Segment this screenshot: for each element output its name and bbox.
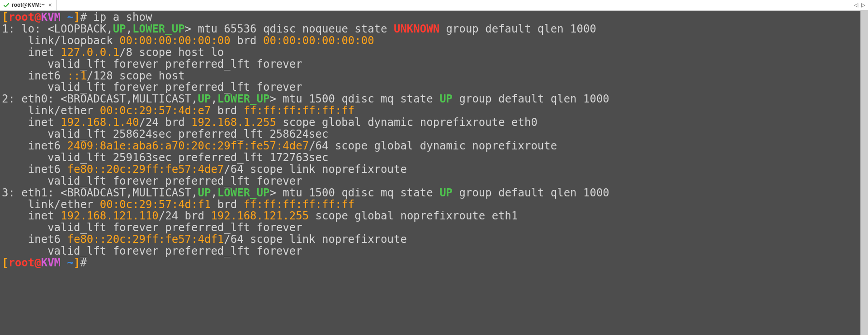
output-segment: > mtu 1500 qdisc mq state [269, 186, 439, 199]
output-line: link/ether 00:0c:29:57:4d:f1 brd ff:ff:f… [2, 199, 859, 211]
output-line: 3: eth1: <BROADCAST,MULTICAST,UP,LOWER_U… [2, 187, 859, 199]
output-segment: 2409:8a1e:aba6:a70:20c:29ff:fe57:4de7 [67, 140, 309, 152]
output-segment: 3: eth1: <BROADCAST,MULTICAST, [2, 186, 198, 199]
output-segment: inet6 [2, 163, 67, 176]
output-segment: inet6 [2, 70, 67, 82]
output-segment: fe80::20c:29ff:fe57:4de7 [67, 163, 224, 176]
output-line: 2: eth0: <BROADCAST,MULTICAST,UP,LOWER_U… [2, 93, 859, 105]
output-segment: /8 scope host lo [119, 46, 224, 59]
prompt-line: [root@KVM ~]# ip a show [2, 12, 859, 23]
output-line: inet6 2409:8a1e:aba6:a70:20c:29ff:fe57:4… [2, 140, 859, 152]
output-segment: UP [113, 23, 126, 35]
output-segment: ff:ff:ff:ff:ff:ff [244, 104, 355, 117]
output-segment: inet [2, 46, 61, 59]
tab-terminal[interactable]: root@KVM:~ × [0, 0, 57, 10]
output-segment: /64 scope link noprefixroute [224, 233, 407, 246]
output-segment: brd [231, 34, 263, 47]
output-segment: fe80::20c:29ff:fe57:4df1 [67, 233, 224, 246]
prompt-close-bracket: ] [74, 256, 80, 269]
output-line: inet 192.168.1.40/24 brd 192.168.1.255 s… [2, 117, 859, 129]
tab-prev-icon[interactable]: ◁ [853, 2, 859, 8]
output-line: valid_lft forever preferred_lft forever [2, 222, 859, 234]
output-line: inet6 fe80::20c:29ff:fe57:4de7/64 scope … [2, 164, 859, 176]
output-line: inet 192.168.121.110/24 brd 192.168.121.… [2, 210, 859, 222]
scrollbar[interactable] [860, 11, 868, 335]
output-segment: 00:0c:29:57:4d:e7 [100, 104, 211, 117]
output-segment: inet6 [2, 140, 67, 152]
prompt-host: KVM [41, 256, 61, 269]
output-segment: > mtu 1500 qdisc mq state [269, 93, 439, 105]
tab-nav: ◁ ▷ [851, 0, 868, 10]
output-segment: group default qlen 1000 [453, 186, 609, 199]
output-segment: LOWER_UP [132, 23, 185, 35]
close-icon[interactable]: × [47, 2, 53, 9]
output-segment: , [126, 23, 132, 35]
output-segment: UP [439, 93, 453, 105]
prompt-open-bracket: [ [2, 256, 8, 269]
output-segment: LOWER_UP [217, 186, 270, 199]
terminal-window: [root@KVM ~]# ip a show1: lo: <LOOPBACK,… [0, 11, 868, 335]
output-segment: valid_lft forever preferred_lft forever [2, 81, 302, 93]
scrollbar-thumb[interactable] [861, 11, 868, 335]
output-segment: ::1 [67, 70, 87, 82]
check-icon [4, 3, 9, 8]
output-line: 1: lo: <LOOPBACK,UP,LOWER_UP> mtu 65536 … [2, 23, 859, 35]
output-segment: valid_lft 259163sec preferred_lft 172763… [2, 151, 328, 164]
prompt-host: KVM [41, 11, 61, 23]
output-line: link/ether 00:0c:29:57:4d:e7 brd ff:ff:f… [2, 105, 859, 117]
prompt-at: @ [34, 256, 41, 269]
output-segment: link/ether [2, 104, 100, 117]
output-line: valid_lft forever preferred_lft forever [2, 59, 859, 70]
output-segment: inet6 [2, 233, 67, 246]
output-line: valid_lft forever preferred_lft forever [2, 176, 859, 187]
output-segment: , [211, 186, 217, 199]
output-segment: /24 brd [139, 116, 191, 129]
output-segment: 00:0c:29:57:4d:f1 [100, 198, 211, 211]
output-segment: valid_lft forever preferred_lft forever [2, 58, 302, 70]
prompt-at: @ [34, 11, 41, 23]
output-segment: 00:00:00:00:00:00 [263, 34, 374, 47]
output-segment: /24 brd [159, 209, 211, 222]
output-segment: 1: lo: <LOOPBACK, [2, 23, 113, 35]
command-text: ip a show [87, 11, 152, 23]
output-segment: link/ether [2, 198, 100, 211]
output-line: valid_lft forever preferred_lft forever [2, 82, 859, 93]
output-segment: group default qlen 1000 [453, 93, 609, 105]
output-segment: 192.168.1.255 [191, 116, 276, 129]
output-line: inet 127.0.0.1/8 scope host lo [2, 47, 859, 59]
output-segment: LOWER_UP [217, 93, 270, 105]
tab-title: root@KVM:~ [12, 2, 45, 8]
output-segment: link/loopback [2, 34, 119, 47]
output-segment: /64 scope global dynamic noprefixroute [309, 140, 557, 152]
prompt-hash: # [80, 11, 86, 23]
output-segment: valid_lft forever preferred_lft forever [2, 245, 302, 257]
prompt-cwd: ~ [67, 256, 74, 269]
prompt-user: root [8, 256, 34, 269]
output-segment: > mtu 65536 qdisc noqueue state [185, 23, 394, 35]
prompt-open-bracket: [ [2, 11, 8, 23]
output-segment: UP [198, 186, 211, 199]
output-segment: inet [2, 116, 61, 129]
output-segment: /128 scope host [87, 70, 185, 82]
output-segment: scope global dynamic noprefixroute eth0 [276, 116, 538, 129]
terminal-output[interactable]: [root@KVM ~]# ip a show1: lo: <LOOPBACK,… [0, 11, 860, 335]
output-segment: UP [198, 93, 211, 105]
tab-next-icon[interactable]: ▷ [860, 2, 866, 8]
output-segment: valid_lft forever preferred_lft forever [2, 221, 302, 234]
output-segment: valid_lft forever preferred_lft forever [2, 175, 302, 187]
output-segment: brd [211, 104, 243, 117]
output-line: inet6 ::1/128 scope host [2, 70, 859, 82]
output-segment: 192.168.121.255 [211, 209, 309, 222]
output-line: valid_lft 259163sec preferred_lft 172763… [2, 152, 859, 164]
output-line: valid_lft forever preferred_lft forever [2, 246, 859, 257]
prompt-cwd: ~ [67, 11, 74, 23]
output-segment: , [211, 93, 217, 105]
output-segment: valid_lft 258624sec preferred_lft 258624… [2, 128, 328, 140]
prompt-hash: # [80, 256, 86, 269]
output-segment: inet [2, 209, 61, 222]
output-segment: 192.168.121.110 [61, 209, 159, 222]
output-segment: brd [211, 198, 243, 211]
prompt-close-bracket: ] [74, 11, 80, 23]
prompt-line: [root@KVM ~]# [2, 257, 859, 269]
prompt-user: root [8, 11, 34, 23]
